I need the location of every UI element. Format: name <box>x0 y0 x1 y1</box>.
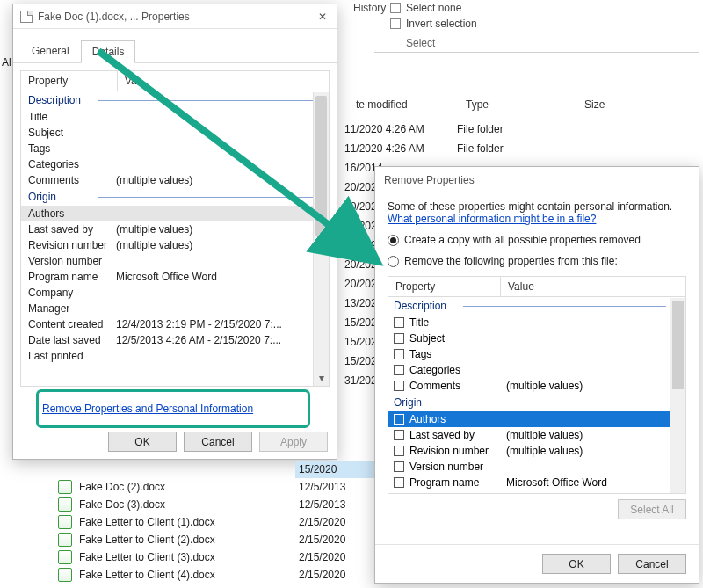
property-row[interactable]: Last saved by(multiple values) <box>21 221 329 237</box>
section-header: Description <box>21 91 329 109</box>
property-row[interactable]: Tags <box>21 141 329 156</box>
help-link[interactable]: What personal information might be in a … <box>388 213 596 225</box>
dialog-title: Remove Properties <box>375 167 699 193</box>
cancel-button[interactable]: Cancel <box>618 554 686 574</box>
file-date: 2/15/2020 <box>295 548 374 566</box>
file-date: 12/5/2013 <box>295 478 374 496</box>
property-row[interactable]: Revision number(multiple values) <box>21 237 329 253</box>
property-checkbox-row[interactable]: Categories <box>388 362 685 378</box>
explorer-row[interactable]: 11/2020 4:26 AMFile folder <box>344 142 576 160</box>
property-row[interactable]: Comments(multiple values) <box>21 172 329 188</box>
ok-button[interactable]: OK <box>108 432 177 452</box>
property-row[interactable]: Company <box>21 285 329 301</box>
column-header-modified: te modified <box>347 95 457 114</box>
radio-create-copy[interactable]: Create a copy with all possible properti… <box>388 234 686 246</box>
checkbox-icon[interactable] <box>394 461 404 472</box>
properties-dialog: Fake Doc (1).docx, ... Properties ✕ Gene… <box>12 4 337 460</box>
col-property[interactable]: Property <box>388 277 501 296</box>
tab-general[interactable]: General <box>20 40 81 62</box>
checkbox-icon <box>390 18 401 29</box>
property-row[interactable]: Subject <box>21 125 329 141</box>
property-row[interactable]: Last printed <box>21 348 329 364</box>
ribbon-group-select: Select <box>406 37 435 49</box>
ribbon-history[interactable]: History <box>350 0 389 16</box>
radio-remove-selected[interactable]: Remove the following properties from thi… <box>388 255 686 267</box>
ribbon-invert-selection[interactable]: Invert selection <box>387 16 481 32</box>
checkbox-icon[interactable] <box>394 349 404 359</box>
property-checkbox-row[interactable]: Tags <box>388 346 685 362</box>
checkbox-icon <box>390 3 401 13</box>
property-row[interactable]: Date last saved12/5/2013 4:26 AM - 2/15/… <box>21 332 329 348</box>
close-button[interactable]: ✕ <box>315 10 330 24</box>
divider <box>374 52 699 53</box>
property-checkbox-row[interactable]: Revision number(multiple values) <box>388 443 685 459</box>
property-row[interactable]: Categories <box>21 156 329 172</box>
ok-button[interactable]: OK <box>542 554 611 574</box>
property-row[interactable]: Title <box>21 109 329 125</box>
checkbox-icon[interactable] <box>394 414 404 425</box>
property-checkbox-row[interactable]: Authors <box>388 411 685 427</box>
property-checkbox-row[interactable]: Program nameMicrosoft Office Word <box>388 475 685 490</box>
section-header: Description <box>388 297 685 315</box>
property-row[interactable]: Manager <box>21 301 329 316</box>
section-header: Origin <box>388 394 685 411</box>
checkbox-icon[interactable] <box>394 446 404 456</box>
column-header-size: Size <box>576 95 663 114</box>
tab-details[interactable]: Details <box>81 40 136 63</box>
remove-link-highlight: Remove Properties and Personal Informati… <box>36 389 310 428</box>
apply-button[interactable]: Apply <box>259 432 328 452</box>
radio-icon <box>388 256 399 267</box>
dialog-title: Fake Doc (1).docx, ... Properties <box>38 11 190 23</box>
checkbox-icon[interactable] <box>394 317 404 328</box>
explorer-row[interactable]: 11/2020 4:26 AMFile folder <box>344 123 576 141</box>
word-doc-icon <box>58 533 72 547</box>
col-property[interactable]: Property <box>21 71 118 91</box>
file-date: 2/15/2020 <box>295 566 374 584</box>
checkbox-icon[interactable] <box>394 333 404 344</box>
property-row[interactable]: Version number <box>21 253 329 269</box>
property-row[interactable]: Authors <box>21 206 329 221</box>
word-doc-icon <box>58 550 72 564</box>
explorer-column-headers[interactable]: te modified Type Size <box>347 95 663 114</box>
remove-properties-dialog: Remove Properties Some of these properti… <box>374 166 699 584</box>
col-value[interactable]: Va... <box>118 71 329 91</box>
dialog-message: Some of these properties might contain p… <box>388 200 686 213</box>
word-doc-icon <box>58 497 72 512</box>
property-checkbox-row[interactable]: Title <box>388 315 685 330</box>
remove-properties-link[interactable]: Remove Properties and Personal Informati… <box>42 403 253 415</box>
word-doc-icon <box>58 480 72 494</box>
chevron-down-icon[interactable]: ▾ <box>314 372 329 384</box>
checkbox-icon[interactable] <box>394 381 404 391</box>
radio-icon <box>388 235 399 246</box>
property-checkbox-row[interactable]: Subject <box>388 330 685 346</box>
document-icon <box>20 11 33 23</box>
select-all-button[interactable]: Select All <box>618 499 686 519</box>
section-header: Origin <box>21 188 329 206</box>
file-date: 2/15/2020 <box>295 513 374 531</box>
word-doc-icon <box>58 568 72 582</box>
ribbon-select-none[interactable]: Select none <box>387 0 481 16</box>
property-checkbox-row[interactable]: Version number <box>388 459 685 475</box>
checkbox-icon[interactable] <box>394 430 404 440</box>
property-row[interactable]: Program nameMicrosoft Office Word <box>21 269 329 285</box>
checkbox-icon[interactable] <box>394 477 404 488</box>
property-checkbox-row[interactable]: Last saved by(multiple values) <box>388 427 685 443</box>
file-date: 12/5/2013 <box>295 496 374 513</box>
file-date: 2/15/2020 <box>295 531 374 548</box>
column-header-type: Type <box>457 95 576 114</box>
property-checkbox-row[interactable]: Comments(multiple values) <box>388 378 685 394</box>
sidebar-fragment: Al <box>2 56 11 69</box>
checkbox-icon[interactable] <box>394 365 404 375</box>
scrollbar[interactable]: ▾ <box>313 92 329 386</box>
col-value[interactable]: Value <box>501 277 685 296</box>
cancel-button[interactable]: Cancel <box>184 432 252 452</box>
property-row[interactable]: Content created12/4/2013 2:19 PM - 2/15/… <box>21 316 329 332</box>
word-doc-icon <box>58 515 72 529</box>
scrollbar[interactable] <box>670 298 685 493</box>
